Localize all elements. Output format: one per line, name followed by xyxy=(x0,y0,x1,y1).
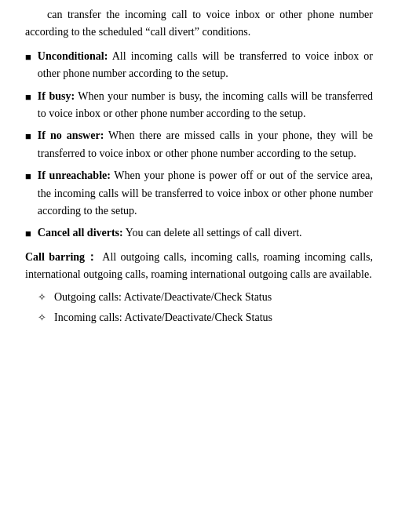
bullet-square-icon: ■ xyxy=(25,169,31,185)
diamond-icon: ✧ xyxy=(38,310,46,326)
bullet-square-icon: ■ xyxy=(25,49,31,66)
call-barring-paragraph: Call barring： All outgoing calls, incomi… xyxy=(25,249,373,284)
bullet-text-cancel: Cancel all diverts: You can delete all s… xyxy=(38,224,373,242)
bullet-label-noanswer: If no answer: xyxy=(38,129,104,141)
bullet-text-busy: If busy: When your number is busy, the i… xyxy=(38,88,373,123)
bullet-label-unconditional: Unconditional: xyxy=(38,50,108,62)
bullet-text-noanswer: If no answer: When there are missed call… xyxy=(38,127,373,162)
bullet-label-unreachable: If unreachable: xyxy=(38,169,111,181)
diamond-list-item: ✧ Outgoing calls: Activate/Deactivate/Ch… xyxy=(25,289,373,306)
bullet-label-cancel: Cancel all diverts: xyxy=(38,227,123,239)
list-item: ■ If no answer: When there are missed ca… xyxy=(25,127,373,162)
bullet-square-icon: ■ xyxy=(25,129,31,145)
list-item: ■ If busy: When your number is busy, the… xyxy=(25,88,373,123)
diamond-text-outgoing: Outgoing calls: Activate/Deactivate/Chec… xyxy=(54,289,373,306)
diamond-feature-list: ✧ Outgoing calls: Activate/Deactivate/Ch… xyxy=(25,289,373,327)
bullet-square-icon: ■ xyxy=(25,89,31,106)
bullet-text-unreachable: If unreachable: When your phone is power… xyxy=(38,167,373,220)
bullet-label-busy: If busy: xyxy=(38,90,75,102)
list-item: ■ Cancel all diverts: You can delete all… xyxy=(25,224,373,242)
list-item: ■ If unreachable: When your phone is pow… xyxy=(25,167,373,220)
call-barring-heading: Call barring： xyxy=(25,251,99,263)
list-item: ■ Unconditional: All incoming calls will… xyxy=(25,48,373,83)
intro-paragraph: can transfer the incoming call to voice … xyxy=(25,6,373,42)
diamond-icon: ✧ xyxy=(38,290,46,306)
bullet-square-icon: ■ xyxy=(25,226,31,242)
diamond-list-item: ✧ Incoming calls: Activate/Deactivate/Ch… xyxy=(25,309,373,326)
bullet-text-unconditional: Unconditional: All incoming calls will b… xyxy=(38,48,373,83)
feature-list: ■ Unconditional: All incoming calls will… xyxy=(25,48,373,242)
diamond-text-incoming: Incoming calls: Activate/Deactivate/Chec… xyxy=(54,309,373,326)
